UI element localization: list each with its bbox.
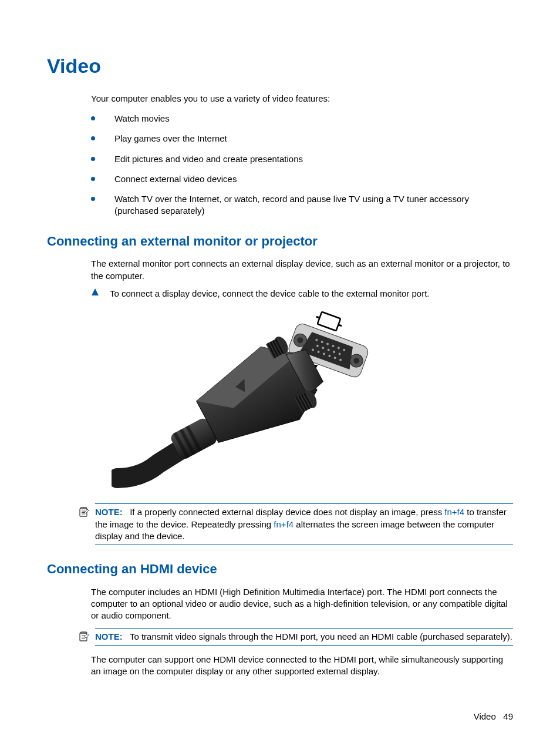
list-item: Edit pictures and video and create prese…	[91, 153, 513, 165]
triangle-marker-icon	[91, 288, 99, 300]
list-item: Watch movies	[91, 113, 513, 125]
step-text: To connect a display device, connect the…	[110, 288, 429, 300]
note-icon	[79, 503, 89, 545]
intro-text: Your computer enables you to use a varie…	[91, 93, 513, 105]
keyboard-shortcut: fn+f4	[444, 507, 464, 517]
footer-page-number: 49	[503, 711, 513, 721]
page-heading: Video	[47, 53, 513, 80]
note-block: NOTE: To transmit video signals through …	[79, 628, 513, 646]
keyboard-shortcut: fn+f4	[274, 519, 294, 529]
note-text: To transmit video signals through the HD…	[130, 631, 512, 641]
page-footer: Video 49	[474, 711, 513, 723]
step-row: To connect a display device, connect the…	[91, 288, 513, 300]
svg-rect-1	[318, 312, 340, 331]
svg-marker-0	[92, 288, 99, 295]
note-body: NOTE: If a properly connected external d…	[95, 503, 513, 545]
section-heading-hdmi: Connecting an HDMI device	[47, 560, 513, 578]
note-label: NOTE:	[95, 507, 123, 517]
note-icon	[79, 628, 89, 646]
note-label: NOTE:	[95, 631, 123, 641]
list-item: Play games over the Internet	[91, 133, 513, 145]
section2-para1: The computer includes an HDMI (High Defi…	[91, 586, 513, 622]
vga-connector-illustration	[112, 308, 513, 493]
list-item: Watch TV over the Internet, or watch, re…	[91, 193, 513, 217]
list-item: Connect external video devices	[91, 173, 513, 185]
note-block: NOTE: If a properly connected external d…	[79, 503, 513, 545]
svg-line-3	[338, 325, 342, 326]
footer-section: Video	[474, 711, 496, 721]
section1-para: The external monitor port connects an ex…	[91, 258, 513, 282]
section-heading-monitor: Connecting an external monitor or projec…	[47, 233, 513, 250]
note-body: NOTE: To transmit video signals through …	[95, 628, 513, 646]
note-text-pre: If a properly connected external display…	[130, 507, 444, 517]
section2-para2: The computer can support one HDMI device…	[91, 654, 513, 678]
svg-line-2	[316, 317, 320, 318]
feature-list: Watch movies Play games over the Interne…	[91, 113, 513, 217]
